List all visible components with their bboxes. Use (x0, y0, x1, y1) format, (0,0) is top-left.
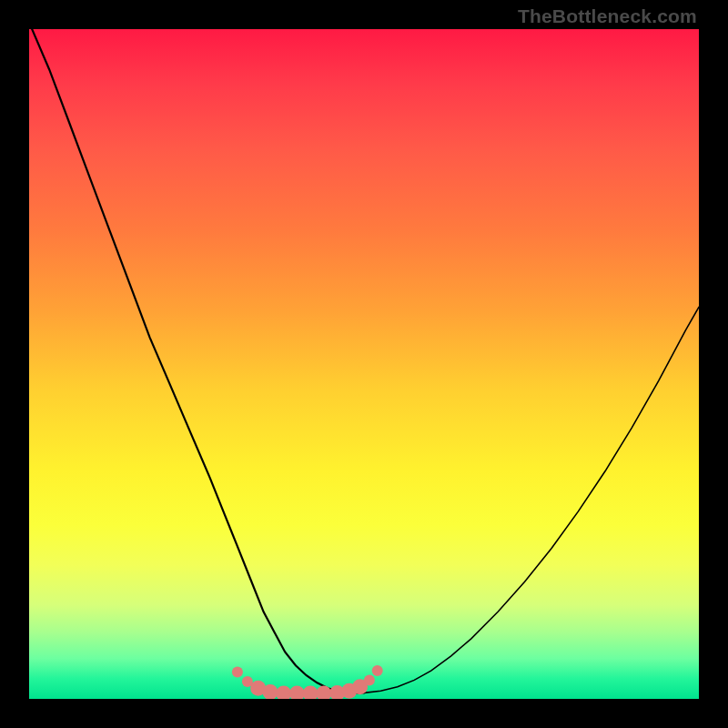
data-point-marker (232, 667, 243, 678)
data-point-marker (276, 686, 291, 699)
outer-frame: TheBottleneck.com (0, 0, 728, 728)
data-point-marker (372, 665, 383, 676)
data-point-marker (289, 686, 305, 699)
data-point-marker (303, 686, 318, 699)
data-point-marker (364, 674, 375, 685)
marker-group (232, 665, 383, 699)
chart-svg (29, 29, 699, 699)
watermark-text: TheBottleneck.com (518, 5, 697, 27)
curve-left-branch (29, 29, 364, 693)
curve-right-branch (364, 307, 699, 693)
plot-area (29, 29, 699, 699)
